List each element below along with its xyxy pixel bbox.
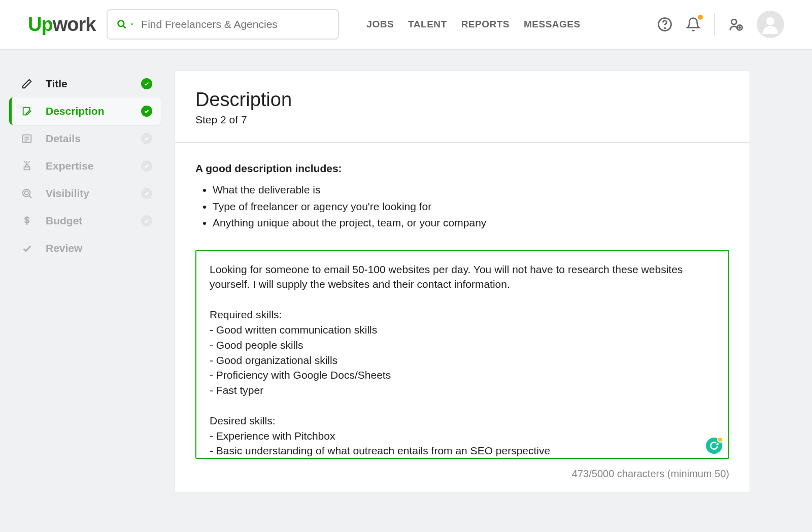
page-title: Description — [195, 89, 729, 111]
svg-line-15 — [29, 196, 32, 198]
search-input[interactable] — [141, 18, 329, 30]
step-indicator: Step 2 of 7 — [195, 114, 729, 126]
svg-point-3 — [664, 28, 665, 29]
sidebar-item-visibility[interactable]: Visibility — [9, 180, 161, 207]
content-area: Title Description Details — [0, 50, 812, 492]
sidebar-item-label: Details — [46, 132, 141, 145]
help-icon[interactable] — [657, 17, 672, 32]
steps-sidebar: Title Description Details — [9, 70, 161, 492]
sidebar-item-label: Review — [46, 242, 152, 254]
nav-messages[interactable]: MESSAGES — [524, 19, 581, 30]
svg-line-1 — [123, 26, 126, 28]
site-header: Upwork JOBS TALENT REPORTS MESSAGES — [0, 0, 812, 50]
pencil-icon — [20, 77, 33, 90]
checkmark-icon — [20, 242, 33, 255]
check-icon — [141, 215, 152, 226]
header-right — [657, 11, 784, 38]
search-box[interactable] — [107, 9, 339, 40]
notification-dot — [698, 15, 703, 20]
sidebar-item-description[interactable]: Description — [9, 97, 161, 125]
notifications-icon[interactable] — [686, 17, 701, 32]
hint-item: Anything unique about the project, team,… — [213, 215, 729, 231]
svg-point-4 — [731, 19, 736, 24]
logo-prefix: Up — [28, 14, 53, 35]
hint-item: What the deliverable is — [213, 182, 729, 198]
sidebar-item-details[interactable]: Details — [9, 125, 161, 152]
description-textarea[interactable] — [195, 250, 729, 459]
check-icon — [141, 188, 152, 199]
check-icon — [141, 160, 152, 172]
sidebar-item-label: Visibility — [46, 187, 141, 200]
search-icon[interactable] — [117, 19, 135, 29]
vertical-divider — [714, 13, 715, 36]
grammarly-dot — [717, 437, 723, 443]
chevron-down-icon[interactable] — [129, 21, 135, 27]
sidebar-item-label: Title — [46, 78, 141, 90]
sidebar-item-label: Expertise — [46, 160, 141, 172]
svg-point-8 — [766, 17, 774, 25]
check-icon — [141, 106, 152, 117]
hint-item: Type of freelancer or agency you're look… — [213, 198, 729, 215]
list-icon — [20, 132, 33, 145]
upwork-logo[interactable]: Upwork — [28, 14, 95, 36]
dollar-icon — [20, 214, 33, 227]
hint-list: What the deliverable is Type of freelanc… — [195, 182, 729, 231]
svg-point-14 — [23, 189, 30, 197]
hint-title: A good description includes: — [195, 162, 729, 175]
character-count: 473/5000 characters (minimum 50) — [195, 468, 729, 480]
check-icon — [141, 78, 152, 89]
sidebar-item-label: Description — [46, 105, 141, 117]
avatar[interactable] — [757, 11, 784, 38]
main-panel: Description Step 2 of 7 A good descripti… — [175, 70, 750, 492]
description-textarea-wrap — [195, 250, 729, 461]
svg-point-0 — [118, 21, 124, 27]
edit-file-icon — [20, 105, 33, 118]
sidebar-item-budget[interactable]: Budget — [9, 207, 161, 235]
check-icon — [141, 133, 152, 144]
svg-point-13 — [24, 191, 28, 194]
primary-nav: JOBS TALENT REPORTS MESSAGES — [366, 19, 580, 30]
nav-reports[interactable]: REPORTS — [461, 19, 510, 30]
sidebar-item-label: Budget — [46, 215, 141, 227]
sidebar-item-review[interactable]: Review — [9, 235, 161, 262]
sidebar-item-title[interactable]: Title — [9, 70, 161, 97]
nav-talent[interactable]: TALENT — [408, 19, 447, 30]
nav-jobs[interactable]: JOBS — [366, 19, 394, 30]
panel-body: A good description includes: What the de… — [175, 143, 750, 492]
logo-suffix: work — [53, 14, 96, 35]
grammarly-icon[interactable] — [706, 438, 722, 454]
visibility-icon — [20, 187, 33, 200]
panel-header: Description Step 2 of 7 — [175, 71, 750, 143]
sidebar-item-expertise[interactable]: Expertise — [9, 152, 161, 180]
invite-user-icon[interactable] — [728, 17, 743, 32]
expertise-icon — [20, 159, 33, 173]
